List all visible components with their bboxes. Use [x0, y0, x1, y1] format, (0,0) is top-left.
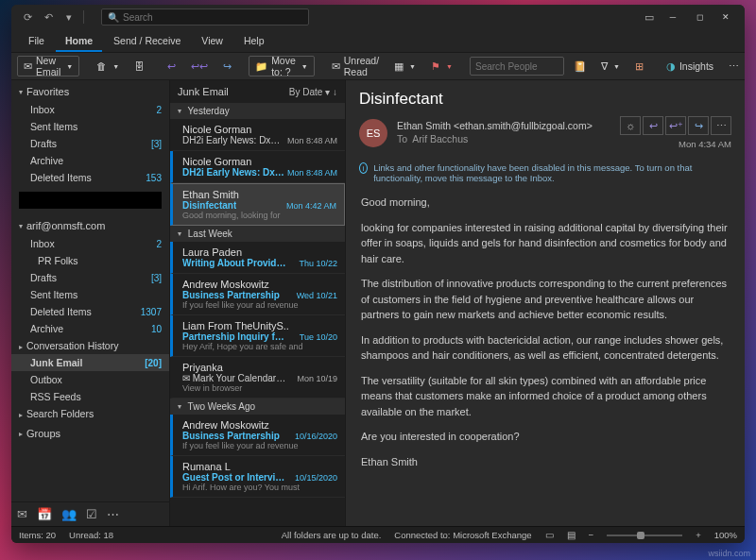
- body-paragraph: Ethan Smith: [361, 454, 730, 470]
- body-paragraph: The distribution of innovative products …: [361, 276, 730, 323]
- nav-item[interactable]: Drafts[3]: [11, 269, 169, 286]
- undo-icon[interactable]: ↶: [38, 7, 59, 27]
- body-paragraph: The versatility (suitable for all skin t…: [361, 373, 730, 420]
- body-paragraph: looking for companies interested in rais…: [361, 220, 730, 267]
- groups-label: Groups: [26, 428, 60, 439]
- search-box[interactable]: 🔍: [101, 8, 309, 25]
- quick-access-caret-icon[interactable]: ▾: [59, 7, 79, 27]
- move-to-button[interactable]: 📁 Move to: ? ▼: [249, 56, 315, 76]
- nav-item[interactable]: Inbox2: [11, 235, 169, 252]
- unread-read-button[interactable]: ✉ Unread/ Read: [326, 56, 385, 76]
- nav-item[interactable]: Sent Items: [11, 118, 169, 135]
- more-modules-icon[interactable]: ⋯: [107, 507, 119, 521]
- nav-item[interactable]: Deleted Items1307: [11, 303, 169, 320]
- zoom-in-button[interactable]: +: [696, 530, 701, 540]
- tasks-module-icon[interactable]: ☑: [86, 507, 97, 521]
- search-input[interactable]: [123, 12, 302, 23]
- account-header[interactable]: ▾arif@onmsft.com: [11, 214, 169, 235]
- nav-item[interactable]: Deleted Items153: [11, 169, 169, 186]
- message-item[interactable]: Liam From TheUnityS..Partnership Inquiry…: [170, 315, 345, 357]
- list-group-header[interactable]: ▾ Last Week: [170, 226, 345, 242]
- delete-button[interactable]: 🗑▼: [91, 56, 125, 76]
- nav-item[interactable]: Outbox: [11, 371, 169, 388]
- filter-button[interactable]: ∇▼: [595, 56, 626, 76]
- more-actions-icon[interactable]: ⋯: [711, 116, 731, 135]
- search-people-box[interactable]: [470, 57, 564, 76]
- message-item[interactable]: Nicole GormanDH2i Early News: DxOdysse..…: [170, 151, 345, 183]
- tab-help[interactable]: Help: [234, 31, 274, 52]
- folder-icon: 📁: [255, 60, 267, 73]
- zoom-value: 100%: [714, 530, 737, 540]
- categorize-button[interactable]: ▦▼: [388, 56, 421, 76]
- ribbon-tabs: File Home Send / Receive View Help: [11, 29, 745, 52]
- status-connection: Connected to: Microsoft Exchange: [394, 530, 531, 540]
- message-item[interactable]: Rumana LGuest Post or Interview opp..10/…: [170, 456, 345, 498]
- nav-item[interactable]: Drafts[3]: [11, 135, 169, 152]
- more-commands-button[interactable]: ⋯: [723, 56, 745, 76]
- nav-item[interactable]: Inbox2: [11, 101, 169, 118]
- tab-home[interactable]: Home: [56, 31, 102, 52]
- message-groups: ▾ YesterdayNicole GormanDH2i Early News:…: [170, 103, 345, 498]
- nav-item[interactable]: ▸Search Folders: [11, 405, 169, 422]
- forward-button[interactable]: ↪: [217, 56, 237, 76]
- body-paragraph: Are you interested in cooperation?: [361, 429, 730, 445]
- ribbon: ✉ New Email ▼ 🗑▼ 🗄 ↩ ↩↩ ↪ 📁 Move to: ? ▼…: [11, 52, 745, 80]
- tab-view[interactable]: View: [192, 31, 232, 52]
- reply-all-button[interactable]: ↩↩: [185, 56, 214, 76]
- info-icon: i: [359, 162, 368, 174]
- message-actions: ☼ ↩ ↩⁺ ↪ ⋯: [620, 116, 731, 135]
- tab-file[interactable]: File: [19, 31, 54, 52]
- reply-button[interactable]: ↩: [162, 56, 181, 76]
- reply-all-icon[interactable]: ↩⁺: [665, 116, 686, 135]
- chevron-down-icon[interactable]: ▼: [66, 63, 73, 70]
- message-list: Junk Email By Date ▾ ↓ ▾ YesterdayNicole…: [170, 80, 346, 526]
- list-group-header[interactable]: ▾ Two Weeks Ago: [170, 399, 345, 415]
- move-to-label: Move to: ?: [271, 55, 296, 77]
- reply-icon[interactable]: ↩: [643, 116, 663, 135]
- nav-item[interactable]: Archive10: [11, 320, 169, 337]
- calendar-module-icon[interactable]: 📅: [37, 507, 52, 521]
- message-item[interactable]: Ethan SmithDisinfectantMon 4:42 AMGood m…: [170, 183, 345, 226]
- forward-icon[interactable]: ↪: [688, 116, 709, 135]
- minimize-button[interactable]: ─: [660, 7, 686, 27]
- titlebar: ⟳ ↶ ▾ 🔍 ▭ ─ ◻ ✕: [11, 5, 745, 29]
- info-bar: i Links and other functionality have bee…: [359, 162, 731, 183]
- zoom-out-button[interactable]: −: [589, 530, 594, 540]
- message-item[interactable]: Laura PadenWriting About Providing To..T…: [170, 242, 345, 274]
- view-reading-icon[interactable]: ▤: [567, 530, 576, 540]
- nav-item[interactable]: PR Folks: [11, 252, 169, 269]
- message-item[interactable]: Priyanka✉ Mark Your Calendars to M..Mon …: [170, 357, 345, 399]
- message-item[interactable]: Andrew MoskowitzBusiness Partnership10/1…: [170, 415, 345, 456]
- people-module-icon[interactable]: 👥: [61, 507, 77, 521]
- tab-send-receive[interactable]: Send / Receive: [104, 31, 190, 52]
- new-email-button[interactable]: ✉ New Email ▼: [17, 56, 79, 76]
- sun-icon[interactable]: ☼: [620, 116, 641, 135]
- flag-button[interactable]: ⚑▼: [425, 56, 458, 76]
- refresh-icon[interactable]: ⟳: [17, 7, 38, 27]
- body-paragraph: In addition to products with bactericida…: [361, 332, 730, 364]
- close-button[interactable]: ✕: [713, 7, 739, 27]
- message-item[interactable]: Nicole GormanDH2i Early News: DxOdyssey …: [170, 119, 345, 151]
- nav-item[interactable]: Sent Items: [11, 286, 169, 303]
- to-value: Arif Bacchus: [412, 133, 468, 144]
- zoom-slider[interactable]: [607, 535, 682, 536]
- status-sync: All folders are up to date.: [282, 530, 382, 540]
- sort-button[interactable]: By Date ▾ ↓: [289, 87, 337, 97]
- insights-button[interactable]: ◑ Insights: [661, 56, 719, 76]
- address-book-button[interactable]: 📔: [568, 56, 592, 76]
- groups-header[interactable]: ▸Groups: [11, 422, 169, 443]
- ribbon-display-options-icon[interactable]: ▭: [639, 7, 660, 27]
- status-items: Items: 20: [19, 530, 56, 540]
- archive-button[interactable]: 🗄: [129, 56, 150, 76]
- nav-item[interactable]: Junk Email[20]: [11, 354, 169, 371]
- list-group-header[interactable]: ▾ Yesterday: [170, 103, 345, 119]
- nav-item[interactable]: ▸Conversation History: [11, 337, 169, 354]
- message-item[interactable]: Andrew MoskowitzBusiness PartnershipWed …: [170, 274, 345, 315]
- nav-item[interactable]: RSS Feeds: [11, 388, 169, 405]
- add-in-button[interactable]: ⊞: [629, 56, 649, 76]
- view-normal-icon[interactable]: ▭: [545, 530, 554, 540]
- maximize-button[interactable]: ◻: [686, 7, 713, 27]
- mail-module-icon[interactable]: ✉: [17, 507, 27, 521]
- nav-item[interactable]: Archive: [11, 152, 169, 169]
- favorites-header[interactable]: ▾Favorites: [11, 80, 169, 101]
